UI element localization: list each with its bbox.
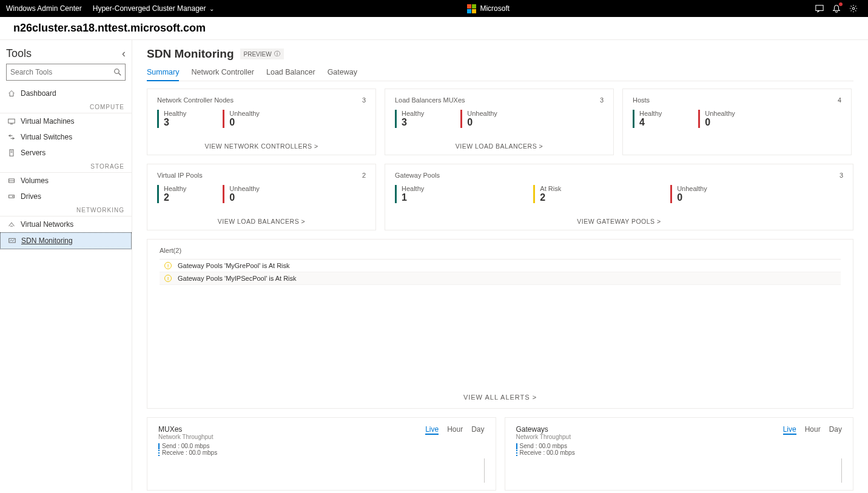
warning-icon: ! <box>164 275 172 282</box>
context-dropdown[interactable]: Hyper-Converged Cluster Manager ⌄ <box>93 4 215 13</box>
card-total: 2 <box>362 172 366 179</box>
stat-label: Healthy <box>639 110 662 117</box>
stat-label: Unhealthy <box>229 185 260 192</box>
time-tab-hour[interactable]: Hour <box>447 425 463 435</box>
server-icon <box>7 149 16 156</box>
alert-row[interactable]: ! Gateway Pools 'MyIPSecPool' is At Risk <box>160 272 841 285</box>
stat-value: 0 <box>705 117 735 128</box>
stat-value: 0 <box>229 192 260 203</box>
card-total: 3 <box>839 172 843 179</box>
tab-summary[interactable]: Summary <box>147 64 179 81</box>
card-title: Load Balancers MUXes <box>395 96 465 104</box>
card-load-balancers-muxes: Load Balancers MUXes3 Healthy3 Unhealthy… <box>385 89 614 155</box>
tabs: Summary Network Controller Load Balancer… <box>147 64 853 81</box>
sidebar-item-label: Virtual Switches <box>21 133 72 141</box>
switch-icon <box>7 133 16 141</box>
top-bar: Windows Admin Center Hyper-Converged Clu… <box>0 0 868 17</box>
alert-row[interactable]: ! Gateway Pools 'MyGrePool' is At Risk <box>160 260 841 272</box>
chart-muxes: MUXes Network Throughput Send : 00.0 mbp… <box>147 417 496 491</box>
chart-subtitle: Network Throughput <box>516 434 575 440</box>
stat-label: Healthy <box>402 110 424 117</box>
vm-icon <box>7 118 16 125</box>
time-tab-live[interactable]: Live <box>783 425 796 435</box>
volume-icon <box>7 177 16 184</box>
svg-point-1 <box>852 7 855 10</box>
card-virtual-ip-pools: Virtual IP Pools2 Healthy2 Unhealthy0 VI… <box>147 164 376 230</box>
search-tools-input[interactable] <box>10 68 114 76</box>
time-tab-day[interactable]: Day <box>471 425 484 435</box>
sidebar-item-label: Drives <box>21 192 41 201</box>
collapse-sidebar-icon[interactable]: ‹ <box>122 47 126 60</box>
alerts-card: Alert(2) ! Gateway Pools 'MyGrePool' is … <box>147 239 853 409</box>
sidebar-item-drives[interactable]: Drives <box>0 189 132 204</box>
brand-label[interactable]: Windows Admin Center <box>6 4 82 13</box>
stat-label: Healthy <box>164 185 186 192</box>
time-tab-day[interactable]: Day <box>829 425 842 435</box>
legend-receive: Receive : 00.0 mbps <box>162 449 217 456</box>
stat-value: 3 <box>164 117 186 128</box>
sidebar-item-servers[interactable]: Servers <box>0 145 132 161</box>
tab-load-balancer[interactable]: Load Balancer <box>266 64 315 81</box>
info-icon: ⓘ <box>274 50 280 58</box>
stat-value: 2 <box>164 192 186 203</box>
search-tools-box[interactable] <box>6 64 126 81</box>
feedback-icon[interactable] <box>811 0 828 17</box>
card-title: Network Controller Nodes <box>157 96 234 104</box>
chevron-down-icon: ⌄ <box>209 5 214 12</box>
card-total: 3 <box>362 96 366 104</box>
view-gateway-pools-link[interactable]: VIEW GATEWAY POOLS > <box>395 212 843 225</box>
stat-label: Healthy <box>402 185 424 192</box>
card-total: 3 <box>600 96 604 104</box>
cluster-title: n26cluster.sa18.nttest.microsoft.com <box>0 17 868 40</box>
preview-badge: PREVIEW ⓘ <box>240 49 284 59</box>
settings-icon[interactable] <box>845 0 862 17</box>
chart-area <box>516 458 843 483</box>
sidebar-item-label: Virtual Machines <box>21 117 75 126</box>
sidebar-item-sdn-monitoring[interactable]: SDN Monitoring <box>0 232 132 249</box>
sidebar-item-dashboard[interactable]: Dashboard <box>0 86 132 101</box>
card-network-controller-nodes: Network Controller Nodes3 Healthy3 Unhea… <box>147 89 376 155</box>
view-network-controllers-link[interactable]: VIEW NETWORK CONTROLLERS > <box>157 136 366 150</box>
time-tab-live[interactable]: Live <box>425 425 439 435</box>
card-title: Virtual IP Pools <box>157 172 203 179</box>
card-title: Hosts <box>633 96 650 104</box>
svg-point-2 <box>115 69 119 74</box>
chart-area <box>158 458 485 483</box>
stat-value: 3 <box>402 117 424 128</box>
sidebar-item-virtual-machines[interactable]: Virtual Machines <box>0 113 132 129</box>
microsoft-squares-icon <box>467 4 476 13</box>
drive-icon <box>7 193 16 200</box>
tab-network-controller[interactable]: Network Controller <box>191 64 254 81</box>
monitoring-icon <box>8 237 16 244</box>
tab-gateway[interactable]: Gateway <box>328 64 357 81</box>
view-load-balancers-link-2[interactable]: VIEW LOAD BALANCERS > <box>157 212 366 225</box>
notification-badge <box>839 2 843 6</box>
notifications-icon[interactable] <box>828 0 845 17</box>
microsoft-logo: Microsoft <box>467 4 510 13</box>
alert-text: Gateway Pools 'MyGrePool' is At Risk <box>178 262 290 269</box>
svg-rect-4 <box>10 150 13 156</box>
sidebar-item-virtual-switches[interactable]: Virtual Switches <box>0 129 132 145</box>
sidebar-item-volumes[interactable]: Volumes <box>0 173 132 189</box>
view-load-balancers-link[interactable]: VIEW LOAD BALANCERS > <box>395 136 604 150</box>
sidebar-item-label: Dashboard <box>21 89 56 98</box>
stat-value: 0 <box>467 117 497 128</box>
sidebar-item-label: SDN Monitoring <box>21 236 73 245</box>
chart-title: MUXes <box>158 425 217 434</box>
legend-receive: Receive : 00.0 mbps <box>520 449 575 456</box>
group-networking: NETWORKING <box>0 204 132 216</box>
context-label: Hyper-Converged Cluster Manager <box>93 4 206 13</box>
legend-send: Send : 00.0 mbps <box>520 443 567 449</box>
network-icon <box>7 221 16 228</box>
stat-value: 0 <box>677 192 707 203</box>
time-tab-hour[interactable]: Hour <box>805 425 821 435</box>
sidebar: Tools ‹ Dashboard COMPUTE Virtual Machin… <box>0 40 132 491</box>
group-compute: COMPUTE <box>0 101 132 113</box>
sidebar-item-label: Volumes <box>21 176 49 185</box>
stat-value: 0 <box>229 117 260 128</box>
card-total: 4 <box>838 96 841 104</box>
sidebar-item-virtual-networks[interactable]: Virtual Networks <box>0 216 132 232</box>
page-title: SDN Monitoring <box>147 47 234 61</box>
view-all-alerts-link[interactable]: VIEW ALL ALERTS > <box>160 394 841 401</box>
svg-rect-3 <box>8 119 15 123</box>
